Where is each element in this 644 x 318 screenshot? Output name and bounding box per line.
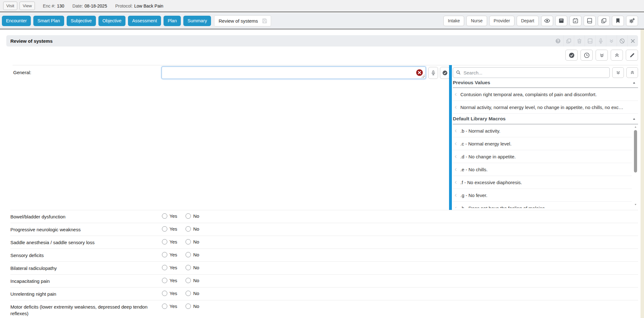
yes-option[interactable]: Yes bbox=[162, 239, 177, 244]
question-row: Incapacitating pain Yes No bbox=[10, 274, 638, 287]
no-radio[interactable] bbox=[186, 239, 191, 244]
role-button[interactable]: Intake bbox=[443, 16, 464, 26]
no-option[interactable]: No bbox=[186, 252, 199, 257]
yes-option[interactable]: Yes bbox=[162, 226, 177, 232]
scrollbar-thumb[interactable] bbox=[634, 130, 637, 173]
eye-button[interactable] bbox=[541, 16, 553, 26]
scroll-up-icon[interactable] bbox=[634, 125, 637, 129]
no-radio[interactable] bbox=[186, 304, 191, 309]
yes-option[interactable]: Yes bbox=[162, 252, 177, 257]
microphone-icon[interactable] bbox=[595, 35, 606, 47]
no-option[interactable]: No bbox=[186, 226, 199, 232]
nav-tab-button[interactable]: Subjective bbox=[67, 16, 96, 26]
complete-normal-button[interactable] bbox=[565, 50, 578, 61]
field-label: Date: bbox=[72, 3, 83, 8]
bookmark-button[interactable] bbox=[612, 16, 624, 26]
no-radio[interactable] bbox=[186, 226, 191, 232]
nav-tab-button[interactable]: Plan bbox=[164, 16, 181, 26]
no-radio[interactable] bbox=[186, 278, 191, 283]
nav-tab-button[interactable]: Smart Plan bbox=[33, 16, 64, 26]
no-option[interactable]: No bbox=[186, 291, 199, 296]
previous-value-item[interactable]: Contusion right temporal area, complaint… bbox=[453, 88, 638, 101]
search-input[interactable] bbox=[453, 67, 610, 78]
nav-tab-button[interactable]: Encounter bbox=[2, 16, 31, 26]
no-option[interactable]: No bbox=[186, 239, 199, 244]
insert-left-icon bbox=[453, 141, 458, 146]
copy-button[interactable] bbox=[598, 16, 610, 26]
no-radio[interactable] bbox=[186, 265, 191, 270]
view-button[interactable]: View bbox=[19, 2, 35, 10]
macro-item[interactable]: .b - Normal activity. bbox=[453, 124, 632, 137]
expand-all-button[interactable] bbox=[596, 50, 608, 61]
help-icon[interactable] bbox=[552, 35, 563, 47]
macro-text: .e - No chills. bbox=[460, 167, 488, 172]
expand-sections-button[interactable] bbox=[612, 67, 624, 78]
no-radio[interactable] bbox=[186, 252, 191, 257]
collapse-sections-button[interactable] bbox=[626, 67, 638, 78]
calendar-button[interactable] bbox=[569, 16, 581, 26]
scroll-down-icon[interactable] bbox=[634, 203, 637, 206]
yes-option[interactable]: Yes bbox=[162, 304, 177, 309]
yes-label: Yes bbox=[169, 291, 177, 296]
yes-option[interactable]: Yes bbox=[162, 278, 177, 283]
active-tab-label: Review of systems bbox=[219, 18, 258, 24]
yes-option[interactable]: Yes bbox=[162, 213, 177, 219]
no-option[interactable]: No bbox=[186, 278, 199, 283]
macro-scrollbar[interactable] bbox=[633, 124, 638, 208]
nav-tab-button[interactable]: Objective bbox=[98, 16, 125, 26]
chevrons-down-icon[interactable] bbox=[606, 35, 617, 47]
no-radio[interactable] bbox=[186, 291, 191, 296]
yes-label: Yes bbox=[169, 278, 177, 283]
page-scrollbar-track[interactable] bbox=[641, 30, 644, 318]
no-option[interactable]: No bbox=[186, 304, 199, 309]
previous-value-item[interactable]: Normal activity, normal energy level, no… bbox=[453, 101, 638, 114]
settings-button[interactable] bbox=[626, 16, 638, 26]
history-button[interactable] bbox=[580, 50, 593, 61]
macro-item[interactable]: .h - Does not have the feeling of malais… bbox=[453, 202, 632, 208]
macro-item[interactable]: .f - No excessive diaphoresis. bbox=[453, 176, 632, 189]
book-button[interactable] bbox=[584, 16, 596, 26]
macro-item[interactable]: .e - No chills. bbox=[453, 163, 632, 176]
trash-icon[interactable] bbox=[574, 35, 585, 47]
accept-button[interactable] bbox=[440, 67, 450, 79]
yes-radio[interactable] bbox=[162, 265, 167, 270]
collapse-triangle-icon bbox=[632, 117, 636, 121]
yes-radio[interactable] bbox=[162, 278, 167, 283]
yes-radio[interactable] bbox=[162, 239, 167, 244]
yes-radio[interactable] bbox=[162, 291, 167, 296]
no-option[interactable]: No bbox=[186, 265, 199, 270]
role-button[interactable]: Depart bbox=[517, 16, 539, 26]
general-textarea[interactable] bbox=[161, 66, 426, 79]
yes-radio[interactable] bbox=[162, 226, 167, 232]
ban-icon[interactable] bbox=[617, 35, 627, 47]
role-button[interactable]: Nurse bbox=[466, 16, 487, 26]
macro-item[interactable]: .d - No change in appetite. bbox=[453, 150, 632, 163]
copy-icon[interactable] bbox=[563, 35, 574, 47]
question-label: Bowel/bladder dysfunction bbox=[10, 213, 162, 220]
no-option[interactable]: No bbox=[186, 213, 199, 219]
collapse-all-button[interactable] bbox=[611, 50, 623, 61]
no-radio[interactable] bbox=[186, 213, 191, 219]
resize-grip[interactable] bbox=[421, 74, 425, 78]
general-field-label: General: bbox=[13, 70, 31, 75]
dictate-button[interactable] bbox=[428, 67, 438, 79]
visit-button[interactable]: Visit bbox=[3, 2, 17, 10]
nav-tab-button[interactable]: Assessment bbox=[128, 16, 161, 26]
yes-radio[interactable] bbox=[162, 304, 167, 309]
yes-option[interactable]: Yes bbox=[162, 291, 177, 296]
nav-tab-button[interactable]: Summary bbox=[183, 16, 211, 26]
macro-item[interactable]: .g - No fever. bbox=[453, 189, 632, 202]
close-icon[interactable] bbox=[627, 35, 638, 47]
yes-radio[interactable] bbox=[162, 213, 167, 219]
edit-button[interactable] bbox=[626, 50, 638, 61]
previous-values-header[interactable]: Previous Values bbox=[453, 78, 638, 88]
yes-radio[interactable] bbox=[162, 252, 167, 257]
tab-review-of-systems[interactable]: Review of systems bbox=[214, 15, 271, 26]
default-library-macros-header[interactable]: Default Library Macros bbox=[453, 114, 638, 124]
book-icon[interactable] bbox=[585, 35, 595, 47]
macro-text: .b - Normal activity. bbox=[460, 128, 500, 134]
yes-option[interactable]: Yes bbox=[162, 265, 177, 270]
archive-button[interactable] bbox=[555, 16, 567, 26]
macro-item[interactable]: .c - Normal energy level. bbox=[453, 137, 632, 150]
role-button[interactable]: Provider bbox=[489, 16, 514, 26]
